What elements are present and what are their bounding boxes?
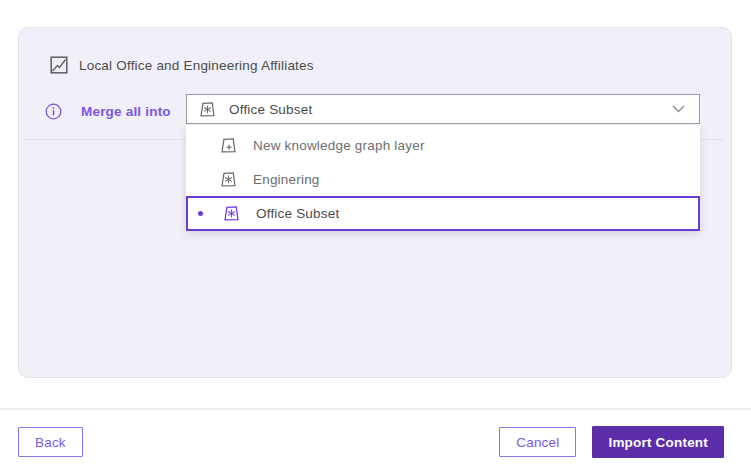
chevron-down-icon [672, 105, 685, 113]
back-button[interactable]: Back [18, 427, 83, 457]
source-layer-row: Local Office and Engineering Affiliates [50, 47, 314, 83]
import-content-dialog: Local Office and Engineering Affiliates … [0, 0, 751, 470]
dataset-icon [50, 56, 68, 74]
dropdown-option-label: Office Subset [256, 206, 339, 221]
dialog-footer: Back Cancel Import Content [0, 426, 751, 458]
import-content-button[interactable]: Import Content [592, 426, 724, 458]
dropdown-option-label: New knowledge graph layer [253, 138, 425, 153]
merge-row: Merge all into [45, 94, 171, 128]
merge-target-select[interactable]: Office Subset [186, 94, 700, 124]
dropdown-option-enginering[interactable]: Enginering [186, 162, 700, 196]
knowledge-graph-layer-icon [219, 170, 238, 189]
dropdown-option-label: Enginering [253, 172, 320, 187]
merge-target-dropdown-menu: New knowledge graph layer Enginering [186, 125, 700, 231]
knowledge-graph-layer-icon [222, 204, 241, 223]
dropdown-option-new-knowledge-graph-layer[interactable]: New knowledge graph layer [186, 128, 700, 162]
info-icon[interactable] [45, 103, 62, 120]
knowledge-graph-layer-icon [198, 100, 217, 119]
selected-dot [198, 211, 203, 216]
source-layer-label: Local Office and Engineering Affiliates [79, 58, 314, 73]
merge-all-into-label: Merge all into [81, 104, 171, 119]
dropdown-option-office-subset[interactable]: Office Subset [186, 196, 700, 231]
new-knowledge-graph-layer-icon [219, 136, 238, 155]
footer-divider [0, 408, 751, 410]
merge-target-value: Office Subset [229, 102, 660, 117]
footer-right-actions: Cancel Import Content [499, 426, 724, 458]
cancel-button[interactable]: Cancel [499, 427, 576, 457]
